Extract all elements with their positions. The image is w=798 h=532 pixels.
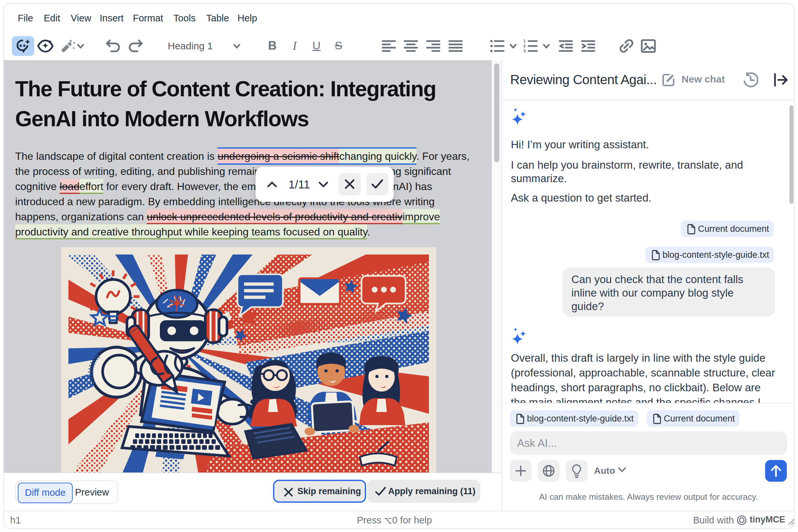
- svg-text:1: 1: [523, 39, 526, 43]
- svg-text:3: 3: [523, 48, 526, 53]
- svg-text:2: 2: [523, 43, 526, 48]
